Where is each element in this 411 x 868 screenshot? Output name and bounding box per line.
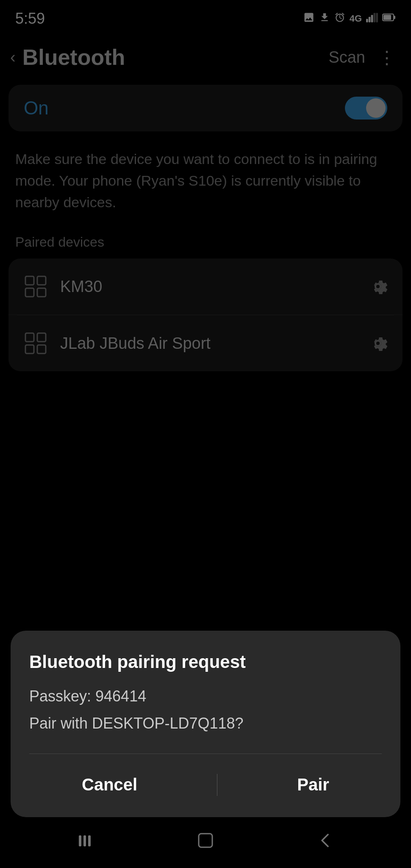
dialog-buttons: Cancel Pair xyxy=(29,754,382,800)
cancel-button[interactable]: Cancel xyxy=(56,769,163,800)
dialog-overlay: Bluetooth pairing request Passkey: 94641… xyxy=(0,0,411,868)
button-divider xyxy=(217,774,217,796)
pairing-dialog: Bluetooth pairing request Passkey: 94641… xyxy=(11,631,400,817)
dialog-passkey: Passkey: 946414 xyxy=(29,687,382,705)
pair-button[interactable]: Pair xyxy=(272,769,355,800)
dialog-pair-text: Pair with DESKTOP-LD7Q118? xyxy=(29,715,382,732)
dialog-title: Bluetooth pairing request xyxy=(29,652,382,672)
